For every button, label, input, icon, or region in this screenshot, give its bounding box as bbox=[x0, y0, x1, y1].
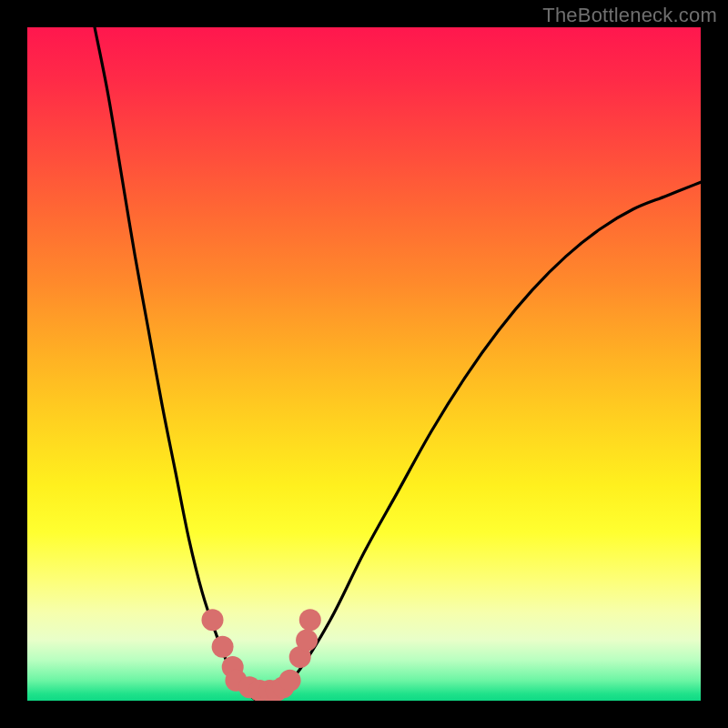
data-dot bbox=[212, 636, 234, 658]
data-dot bbox=[202, 609, 224, 631]
left-curve bbox=[95, 27, 257, 701]
plot-area bbox=[27, 27, 701, 701]
dot-group bbox=[202, 609, 321, 701]
curve-group bbox=[95, 27, 701, 701]
chart-frame: TheBottleneck.com bbox=[0, 0, 728, 728]
data-dot bbox=[299, 609, 321, 631]
chart-svg bbox=[27, 27, 701, 701]
data-dot bbox=[279, 670, 301, 692]
watermark-label: TheBottleneck.com bbox=[542, 4, 717, 27]
right-curve bbox=[269, 182, 701, 701]
data-dot bbox=[296, 629, 318, 651]
